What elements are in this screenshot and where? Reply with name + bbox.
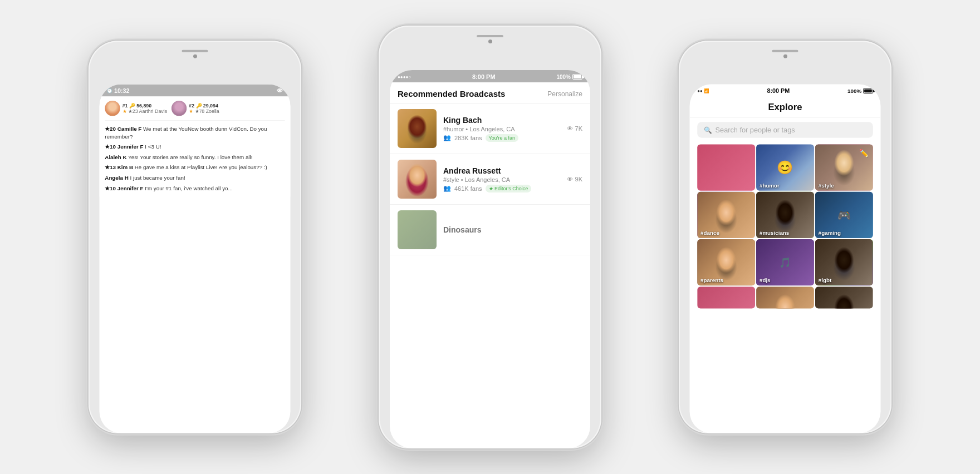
eye-icon-b1: 👁 (567, 176, 575, 182)
tag-item-bottom-2[interactable] (756, 287, 814, 308)
chat-text-2: Yes! Your stories are really so funny. I… (128, 154, 252, 160)
broadcast-info-0: King Bach #humor • Los Angeles, CA 👥 283… (443, 116, 560, 142)
name-1: ★ ★23 Aarthri Davis (122, 108, 167, 114)
broadcast-thumb-2 (398, 210, 437, 249)
rank-2: #2 🔑 29,094 (189, 103, 219, 108)
chat-text-3: He gave me a kiss at Playlist Live! Are … (135, 165, 267, 171)
search-placeholder: Search for people or tags (716, 126, 795, 134)
leaderboard-info-2: #2 🔑 29,094 ★ ★78 Zoella (189, 103, 219, 114)
chat-msg-1: ★10 Jennifer F I <3 U! (105, 143, 285, 151)
tag-label-dance: #dance (700, 230, 719, 236)
chat-text-5: I'm your #1 fan, i've watched all yo... (145, 185, 232, 191)
chat-messages: ★20 Camille F We met at the YouNow booth… (105, 125, 285, 192)
status-bar-right: ●● 📶 8:00 PM 100% (690, 85, 881, 97)
editor-badge-1: ★ Editor's Choice (486, 185, 532, 192)
search-icon-right: 🔍 (704, 126, 712, 134)
views-0: 👁 7K (567, 125, 582, 132)
tag-item-gaming[interactable]: 🎮 #gaming (815, 192, 873, 238)
chat-text-4: I just became your fan! (130, 175, 185, 181)
broadcast-fans-1: 👥 461K fans ★ Editor's Choice (443, 185, 560, 192)
chat-user-1: ★10 Jennifer F (105, 144, 143, 150)
status-bar-center: ●●●●○ 8:00 PM 100% (390, 70, 590, 82)
phone-center-inner: ●●●●○ 8:00 PM 100% NOW 👁 (390, 70, 590, 448)
wifi-icon-right: 📶 (704, 88, 709, 93)
fans-icon-0: 👥 (443, 134, 451, 141)
tag-item-partial[interactable] (697, 144, 755, 190)
personalize-button[interactable]: Personalize (547, 90, 582, 98)
signal-dots-right: ●● (697, 88, 702, 93)
explore-header: Explore (690, 96, 881, 117)
chat-user-0: ★20 Camille F (105, 126, 141, 132)
battery-icon-right (863, 88, 873, 93)
tags-grid: #humor #style ✏️ #dance #musicians (690, 142, 881, 310)
broadcast-name-2: Dinosaurs (443, 225, 582, 234)
tag-item-dance[interactable]: #dance (697, 192, 755, 238)
tag-label-parents: #parents (700, 278, 723, 284)
fans-icon-1: 👥 (443, 185, 451, 192)
broadcast-thumb-0 (398, 109, 437, 148)
broadcast-item-1[interactable]: Andrea Russett #style • Los Angeles, CA … (390, 154, 590, 205)
chat-msg-0: ★20 Camille F We met at the YouNow booth… (105, 125, 285, 140)
phones-container: 🕙 10:32 👁 ‹ Hector Trejo is 3rd in #humo… (0, 0, 980, 474)
tag-item-humor[interactable]: #humor (756, 144, 814, 190)
recommended-title: Recommended Broadcasts (398, 89, 505, 98)
tag-item-parents[interactable]: #parents (697, 239, 755, 285)
broadcast-item-2[interactable]: Dinosaurs (390, 205, 590, 255)
broadcast-name-0: King Bach (443, 116, 560, 125)
tag-item-bottom-1[interactable] (697, 287, 755, 308)
battery-pct-center: 100% (556, 74, 571, 80)
tag-label-djs: #djs (759, 278, 771, 284)
chat-msg-4: Angela H I just became your fan! (105, 174, 285, 182)
chat-user-5: ★10 Jennifer F (105, 185, 143, 191)
chat-user-3: ★13 Kim B (105, 165, 133, 171)
status-right-left: 👁 (277, 87, 283, 94)
broadcast-thumb-1 (398, 160, 437, 199)
phone-right-inner: ●● 📶 8:00 PM 100% Explore 🔍 Search for (690, 85, 881, 433)
tag-label-gaming: #gaming (819, 230, 841, 236)
search-bar[interactable]: 🔍 Search for people or tags (697, 122, 873, 137)
eye-icon-b0: 👁 (567, 125, 575, 132)
phone-center: ●●●●○ 8:00 PM 100% NOW 👁 (379, 26, 601, 448)
chat-user-2: Alaleh K (105, 154, 126, 160)
tag-label-style: #style (819, 182, 834, 189)
fan-badge-0: You're a fan (486, 134, 518, 142)
tag-item-lgbt[interactable]: #lgbt (815, 239, 873, 285)
star-2: ★ (189, 108, 193, 114)
tag-item-musicians[interactable]: #musicians (756, 192, 814, 238)
signal-dots-center: ●●●●○ (398, 75, 411, 80)
phone-left: 🕙 10:32 👁 ‹ Hector Trejo is 3rd in #humo… (89, 41, 301, 433)
leaderboard-avatar-2 (171, 101, 187, 116)
leaderboard-info-1: #1 🔑 56,890 ★ ★23 Aarthri Davis (122, 103, 167, 114)
broadcast-meta-0: #humor • Los Angeles, CA (443, 126, 560, 132)
broadcast-item-0[interactable]: King Bach #humor • Los Angeles, CA 👥 283… (390, 103, 590, 154)
tag-item-bottom-3[interactable] (815, 287, 873, 308)
star-1: ★ (122, 108, 127, 114)
time-center: 8:00 PM (472, 73, 496, 80)
clock-icon-left: 🕙 (107, 88, 112, 93)
chat-msg-2: Alaleh K Yes! Your stories are really so… (105, 154, 285, 161)
phone-left-inner: 🕙 10:32 👁 ‹ Hector Trejo is 3rd in #humo… (100, 85, 291, 433)
tag-label-musicians: #musicians (759, 230, 789, 236)
phone1-leaderboard: #1 🔑 56,890 ★ ★23 Aarthri Davis (105, 101, 285, 121)
leaderboard-avatar-1 (105, 101, 120, 116)
broadcast-name-1: Andrea Russett (443, 166, 560, 175)
chat-msg-5: ★10 Jennifer F I'm your #1 fan, i've wat… (105, 185, 285, 192)
eye-status-left: 👁 (277, 87, 283, 94)
recommended-header: Recommended Broadcasts Personalize (390, 82, 590, 103)
leaderboard-user-1: #1 🔑 56,890 ★ ★23 Aarthri Davis (105, 101, 167, 116)
name-2: ★ ★78 Zoella (189, 108, 219, 114)
phone-right: ●● 📶 8:00 PM 100% Explore 🔍 Search for (679, 41, 891, 433)
views-1: 👁 9K (567, 176, 582, 182)
status-bar-left: 🕙 10:32 👁 (100, 85, 291, 97)
tag-label-lgbt: #lgbt (819, 278, 831, 284)
tag-item-djs[interactable]: 🎵 #djs (756, 239, 814, 285)
phone1-chat-area: #1 🔑 56,890 ★ ★23 Aarthri Davis (100, 96, 291, 196)
chat-user-4: Angela H (105, 175, 128, 181)
tag-item-style[interactable]: #style ✏️ (815, 144, 873, 190)
time-right: 8:00 PM (767, 87, 790, 94)
broadcast-meta-1: #style • Los Angeles, CA (443, 176, 560, 183)
time-left: 10:32 (114, 87, 130, 94)
explore-title: Explore (697, 102, 873, 113)
chat-text-1: I <3 U! (145, 144, 161, 150)
leaderboard-user-2: #2 🔑 29,094 ★ ★78 Zoella (171, 101, 219, 116)
